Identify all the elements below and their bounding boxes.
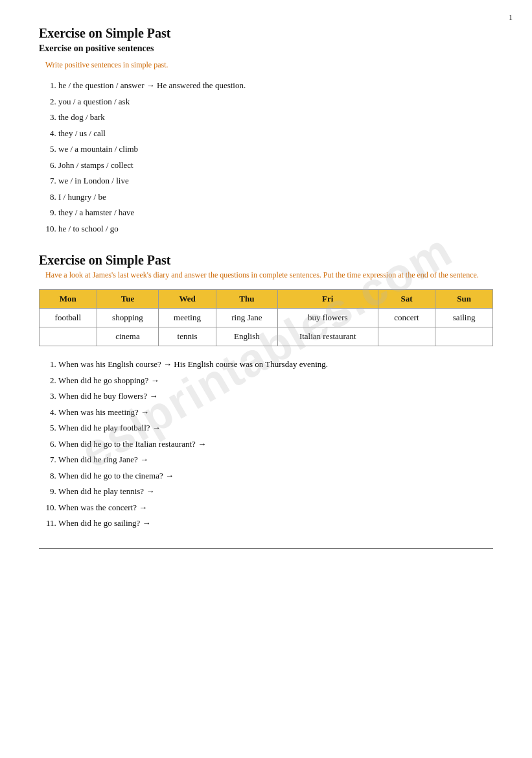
question-answer: → [140, 455, 148, 464]
evening-row: cinematennisEnglishItalian restaurant [40, 327, 493, 346]
question-answer: → [151, 375, 159, 385]
morning-cell-3: ring Jane [216, 309, 277, 327]
diary-header-sat: Sat [378, 290, 435, 309]
question-text: When was the concert? [58, 503, 137, 512]
question-text: When did he go shopping? [58, 375, 148, 385]
question-answer: → [152, 423, 161, 432]
section1-item-5: we / a mountain / climb [58, 143, 493, 156]
question-answer: → [146, 486, 154, 496]
question-item-6: When did he go to the Italian restaurant… [58, 438, 493, 451]
morning-cell-4: buy flowers [277, 309, 378, 327]
diary-header-sun: Sun [435, 290, 493, 309]
item-prompt: we / a mountain / climb [58, 144, 138, 154]
diary-header-mon: Mon [40, 290, 97, 309]
question-text: When did he play football? [58, 423, 150, 432]
morning-cell-6: sailing [435, 309, 493, 327]
section-1: Exercise on Simple Past Exercise on posi… [39, 26, 493, 235]
question-text: When did he go to the cinema? [58, 471, 163, 480]
question-item-5: When did he play football? → [58, 421, 493, 434]
item-prompt: I / hungry / be [58, 192, 106, 202]
question-text: When did he play tennis? [58, 486, 144, 496]
item-prompt: they / us / call [58, 128, 106, 138]
morning-row: footballshoppingmeetingring Janebuy flow… [40, 309, 493, 327]
section1-item-1: he / the question / answer → He answered… [58, 79, 493, 92]
section1-list: he / the question / answer → He answered… [58, 79, 493, 235]
question-text: When did he ring Jane? [58, 455, 138, 464]
question-answer: → [141, 407, 149, 417]
morning-cell-5: concert [378, 309, 435, 327]
question-answer: → [139, 503, 147, 512]
section1-subtitle: Exercise on positive sentences [39, 43, 493, 54]
page-divider [39, 548, 493, 549]
question-answer: → [198, 439, 206, 449]
question-text: When was his meeting? [58, 407, 139, 417]
diary-table-header: MonTueWedThuFriSatSun [40, 290, 493, 309]
diary-header-thu: Thu [216, 290, 277, 309]
evening-cell-6 [435, 327, 493, 346]
section1-item-9: they / a hamster / have [58, 206, 493, 219]
question-item-9: When did he play tennis? → [58, 485, 493, 498]
diary-header-wed: Wed [159, 290, 216, 309]
item-prompt: he / the question / answer [58, 80, 145, 90]
section2-title: Exercise on Simple Past [39, 253, 493, 268]
question-item-7: When did he ring Jane? → [58, 453, 493, 466]
question-item-10: When was the concert? → [58, 501, 493, 514]
question-item-1: When was his English course? → His Engli… [58, 358, 493, 371]
section1-item-8: I / hungry / be [58, 191, 493, 204]
question-answer: → His English course was on Thursday eve… [163, 359, 328, 369]
section1-title: Exercise on Simple Past [39, 26, 493, 41]
evening-cell-5 [378, 327, 435, 346]
section1-item-10: he / to school / go [58, 222, 493, 235]
question-item-2: When did he go shopping? → [58, 374, 493, 387]
item-answer: → He answered the question. [146, 80, 246, 90]
question-item-8: When did he go to the cinema? → [58, 469, 493, 482]
question-answer: → [149, 391, 157, 401]
page-number: 1 [509, 13, 513, 23]
question-text: When did he go sailing? [58, 518, 140, 528]
question-answer: → [143, 518, 151, 528]
section1-item-7: we / in London / live [58, 174, 493, 187]
evening-cell-4: Italian restaurant [277, 327, 378, 346]
section1-item-2: you / a question / ask [58, 95, 493, 108]
section-2: Exercise on Simple Past Have a look at J… [39, 253, 493, 530]
section1-instruction: Write positive sentences in simple past. [45, 60, 493, 70]
questions-list: When was his English course? → His Engli… [58, 358, 493, 530]
morning-cell-0: football [40, 309, 97, 327]
question-answer: → [165, 471, 174, 480]
diary-header-fri: Fri [277, 290, 378, 309]
question-item-4: When was his meeting? → [58, 406, 493, 419]
morning-cell-2: meeting [159, 309, 216, 327]
section2-instruction: Have a look at James's last week's diary… [45, 270, 493, 280]
morning-cell-1: shopping [97, 309, 159, 327]
item-prompt: John / stamps / collect [58, 160, 133, 170]
question-text: When was his English course? [58, 359, 161, 369]
question-item-11: When did he go sailing? → [58, 517, 493, 530]
section1-item-3: the dog / bark [58, 111, 493, 124]
diary-table: MonTueWedThuFriSatSun footballshoppingme… [39, 289, 493, 346]
question-text: When did he go to the Italian restaurant… [58, 439, 196, 449]
evening-cell-1: cinema [97, 327, 159, 346]
item-prompt: he / to school / go [58, 224, 119, 233]
item-prompt: they / a hamster / have [58, 207, 134, 217]
question-item-3: When did he buy flowers? → [58, 390, 493, 403]
evening-cell-2: tennis [159, 327, 216, 346]
evening-cell-3: English [216, 327, 277, 346]
header-row: MonTueWedThuFriSatSun [40, 290, 493, 309]
item-prompt: you / a question / ask [58, 97, 130, 106]
question-text: When did he buy flowers? [58, 391, 147, 401]
evening-cell-0 [40, 327, 97, 346]
item-prompt: the dog / bark [58, 112, 105, 122]
diary-header-tue: Tue [97, 290, 159, 309]
item-prompt: we / in London / live [58, 176, 129, 185]
diary-table-body: footballshoppingmeetingring Janebuy flow… [40, 309, 493, 346]
section1-item-6: John / stamps / collect [58, 159, 493, 172]
section1-item-4: they / us / call [58, 127, 493, 140]
